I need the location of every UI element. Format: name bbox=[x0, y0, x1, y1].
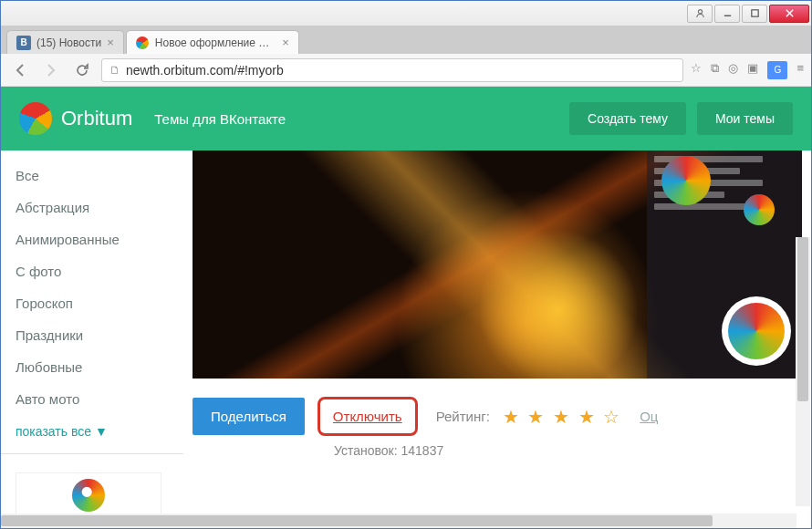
vertical-scrollbar[interactable] bbox=[796, 237, 810, 506]
user-menu-button[interactable] bbox=[687, 5, 713, 23]
category-animated[interactable]: Анимированные bbox=[1, 223, 183, 255]
site-header: Orbitum Темы для ВКонтакте Создать тему … bbox=[1, 87, 811, 150]
theme-preview-image bbox=[193, 150, 802, 379]
show-all-link[interactable]: показать все ▼ bbox=[1, 415, 183, 448]
svg-rect-2 bbox=[751, 10, 757, 16]
horizontal-scrollbar[interactable] bbox=[1, 513, 796, 528]
reload-button[interactable] bbox=[70, 58, 94, 82]
category-all[interactable]: Все bbox=[1, 160, 183, 192]
close-button[interactable] bbox=[769, 5, 809, 23]
share-button[interactable]: Поделиться bbox=[193, 398, 305, 435]
maximize-button[interactable] bbox=[742, 5, 767, 23]
disable-highlight-box: Отключить bbox=[318, 397, 418, 436]
tab-close-icon[interactable]: × bbox=[282, 36, 289, 49]
tab-close-icon[interactable]: × bbox=[107, 36, 114, 49]
theme-actions: Поделиться Отключить Рейтинг: ★ ★ ★ ★ ☆ … bbox=[193, 379, 802, 443]
header-subtitle: Темы для ВКонтакте bbox=[154, 111, 286, 127]
url-text: newth.orbitum.com/#!myorb bbox=[126, 63, 284, 78]
vk-favicon: В bbox=[16, 36, 31, 50]
category-sidebar: Все Абстракция Анимированные С фото Горо… bbox=[1, 150, 183, 528]
window-titlebar bbox=[1, 1, 811, 26]
category-horoscope[interactable]: Гороскоп bbox=[1, 287, 183, 319]
svg-point-0 bbox=[698, 10, 702, 14]
page-icon: 🗋 bbox=[109, 64, 120, 77]
create-theme-button[interactable]: Создать тему bbox=[569, 102, 686, 135]
back-button[interactable] bbox=[8, 58, 32, 82]
browser-tab-orbitum[interactable]: Новое оформление ВКон × bbox=[126, 30, 299, 54]
translate-icon[interactable]: G bbox=[767, 61, 787, 79]
star-bookmark-icon[interactable]: ☆ bbox=[691, 61, 702, 79]
rating-label: Рейтинг: bbox=[436, 409, 490, 424]
category-love[interactable]: Любовные bbox=[1, 351, 183, 383]
minimize-button[interactable] bbox=[714, 5, 740, 23]
theme-thumb-logo bbox=[72, 479, 105, 512]
browser-tab-row: В (15) Новости × Новое оформление ВКон × bbox=[1, 26, 811, 54]
address-bar[interactable]: 🗋 newth.orbitum.com/#!myorb bbox=[101, 58, 683, 82]
preview-avatar-2 bbox=[744, 194, 775, 225]
ext-icon-2[interactable]: ◎ bbox=[728, 61, 738, 79]
tab-label: Новое оформление ВКон bbox=[155, 36, 276, 49]
ext-icon-3[interactable]: ▣ bbox=[747, 61, 758, 79]
preview-avatar-1 bbox=[661, 156, 711, 205]
installs-count: Установок: 141837 bbox=[193, 443, 802, 458]
menu-icon[interactable]: ≡ bbox=[796, 61, 804, 79]
browser-tab-vk[interactable]: В (15) Новости × bbox=[6, 30, 124, 54]
category-holidays[interactable]: Праздники bbox=[1, 319, 183, 351]
theme-thumbnail[interactable] bbox=[16, 472, 161, 518]
review-link[interactable]: Оц bbox=[640, 409, 658, 424]
address-bar-row: 🗋 newth.orbitum.com/#!myorb ☆ ⧉ ◎ ▣ G ≡ bbox=[1, 54, 811, 87]
sidebar-divider bbox=[1, 453, 183, 454]
ext-icon-1[interactable]: ⧉ bbox=[711, 61, 719, 79]
forward-button[interactable] bbox=[39, 58, 63, 82]
theme-content: Поделиться Отключить Рейтинг: ★ ★ ★ ★ ☆ … bbox=[183, 150, 811, 528]
orbitum-logo bbox=[19, 102, 52, 135]
category-abstraction[interactable]: Абстракция bbox=[1, 192, 183, 223]
tab-label: (15) Новости bbox=[36, 36, 101, 49]
preview-avatar-3 bbox=[722, 296, 791, 366]
category-with-photo[interactable]: С фото bbox=[1, 255, 183, 287]
brand-name: Orbitum bbox=[61, 107, 132, 130]
orbitum-favicon bbox=[136, 36, 150, 50]
disable-link[interactable]: Отключить bbox=[333, 409, 402, 424]
my-themes-button[interactable]: Мои темы bbox=[697, 102, 793, 135]
rating-stars: ★ ★ ★ ★ ☆ bbox=[503, 406, 621, 428]
category-auto-moto[interactable]: Авто мото bbox=[1, 383, 183, 415]
